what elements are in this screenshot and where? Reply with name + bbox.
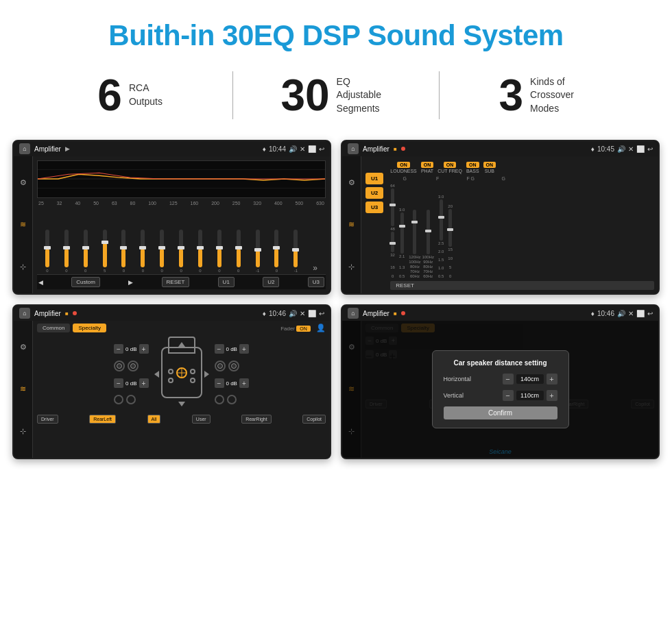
vertical-minus[interactable]: − [503,390,514,401]
confirm-button[interactable]: Confirm [444,406,557,419]
wave-icon-fader[interactable]: ≋ [17,383,29,395]
speaker-icon-eq: 🔊 [289,145,297,153]
fl-minus[interactable]: − [114,344,123,354]
fader-layout: − 0 dB + − [37,337,326,412]
rl-value: 0 dB [125,380,136,387]
fr-plus[interactable]: + [239,344,249,354]
eq-slider-5[interactable]: 0 [121,230,125,273]
eq-slider-12[interactable]: -1 [256,230,260,273]
eq-slider-2[interactable]: 0 [64,230,69,273]
fl-value: 0 dB [125,346,136,352]
sub-slider[interactable]: 20 15 10 5 0 [448,204,453,278]
arrow-down[interactable] [178,402,185,406]
rearright-btn[interactable]: RearRight [241,415,272,424]
app-title-fader: Amplifier [34,310,61,317]
fader-person-icon: 👤 [316,324,326,332]
eq-slider-8[interactable]: 0 [179,230,183,273]
wave-icon-amp[interactable]: ≋ [346,219,358,231]
status-bar-amp: ⌂ Amplifier ■ ♦ 10:45 🔊 ✕ ⬜ ↩ [342,141,658,156]
u1-btn-eq[interactable]: U1 [218,277,235,287]
rl-minus[interactable]: − [114,378,123,388]
eq-slider-14[interactable]: -1 [293,230,298,273]
side-icons-eq: ⚙ ≋ ⊹ [14,156,33,293]
preset-u3[interactable]: U3 [365,202,383,213]
home-icon-amp[interactable]: ⌂ [348,143,359,154]
u3-btn-eq[interactable]: U3 [308,277,324,287]
fr-minus[interactable]: − [215,344,224,354]
arrow-right[interactable] [204,371,209,378]
eq-icon[interactable]: ⚙ [17,177,29,189]
arrows-icon-fader[interactable]: ⊹ [17,425,29,437]
loudness-slider-1[interactable]: 64 48 32 16 0 [390,184,395,278]
cutfreq-toggle[interactable]: ON CUT FREQ [437,162,462,173]
rl-control: − 0 dB + [114,378,148,388]
rr-plus[interactable]: + [239,378,249,388]
home-icon-fader[interactable]: ⌂ [19,308,30,319]
home-icon[interactable]: ⌂ [19,143,30,154]
eq-slider-13[interactable]: 0 [274,230,278,273]
window-icon-eq[interactable]: ⬜ [308,145,316,153]
tab-specialty[interactable]: Specialty [73,324,106,332]
freq-100: 100 [148,201,156,206]
app-title-eq: Amplifier [34,145,61,153]
freq-25: 25 [38,201,44,206]
fader-bottom-btns: Driver RearLeft All User RearRight Copil… [37,415,326,424]
tab-common[interactable]: Common [37,324,70,332]
back-icon-eq[interactable]: ↩ [319,145,324,153]
freq-40: 40 [75,201,80,206]
all-btn[interactable]: All [147,415,161,424]
speaker-rl [168,378,173,383]
eq-slider-7[interactable]: 0 [160,230,164,273]
eq-slider-10[interactable]: 0 [217,230,221,273]
preset-u1[interactable]: U1 [365,173,383,184]
horizontal-minus[interactable]: − [503,374,514,385]
eq-slider-11[interactable]: 0 [237,230,241,273]
eq-slider-4[interactable]: 5 [103,230,107,273]
preset-u2[interactable]: U2 [365,187,383,199]
vertical-plus[interactable]: + [547,390,557,401]
phat-toggle[interactable]: ON PHAT [421,162,434,173]
bass-toggle[interactable]: ON BASS [466,162,479,173]
custom-btn[interactable]: Custom [71,277,100,287]
eq-icon-fader[interactable]: ⚙ [17,341,29,354]
eq-slider-1[interactable]: 0 [45,230,49,273]
rearleft-btn[interactable]: RearLeft [89,415,116,424]
reset-btn-eq[interactable]: RESET [162,277,190,287]
freq-400: 400 [274,201,283,206]
fl-speaker-icon2 [128,361,139,371]
wave-icon[interactable]: ≋ [17,219,29,231]
fr-speaker [215,361,249,371]
eq-icon-amp[interactable]: ⚙ [346,177,358,189]
next-icon[interactable]: ▶ [128,279,133,286]
fader-on-badge[interactable]: ON [296,326,311,332]
rl-plus[interactable]: + [139,378,149,388]
horizontal-plus[interactable]: + [547,374,557,385]
rl-speaker-icon [114,395,123,404]
eq-slider-expand[interactable]: » [313,263,317,273]
eq-slider-3[interactable]: 0 [84,230,88,273]
bass-slider[interactable]: 3.0 2.5 2.0 1.5 1.0 0.5 [438,195,444,278]
driver-btn[interactable]: Driver [37,415,58,424]
u2-btn-eq[interactable]: U2 [263,277,279,287]
home-icon-dialog[interactable]: ⌂ [348,308,359,319]
loudness-toggle[interactable]: ON LOUDNESS [390,162,417,173]
amp-reset-btn[interactable]: RESET [390,281,654,290]
fader-tabs: Common Specialty [37,324,106,332]
eq-slider-9[interactable]: 0 [198,230,202,273]
arrow-left[interactable] [154,371,159,378]
cutfreq-slider-1[interactable]: 120Hz 100Hz 80Hz 70Hz 60Hz [409,210,420,278]
arrows-icon[interactable]: ⊹ [17,260,29,273]
rl-speaker [114,395,148,404]
arrows-icon-amp[interactable]: ⊹ [346,260,358,273]
close-icon-eq[interactable]: ✕ [300,145,305,153]
sub-toggle[interactable]: ON SUB [483,162,496,173]
phat-slider[interactable]: 3.0 2.1 1.3 0.5 [399,208,405,278]
fl-plus[interactable]: + [139,344,149,354]
page-title: Buith-in 30EQ DSP Sound System [95,0,577,64]
cutfreq-slider-2[interactable]: 100Hz 90Hz 80Hz 70Hz 60Hz [422,210,434,278]
user-btn[interactable]: User [192,415,211,424]
rr-minus[interactable]: − [215,378,224,388]
eq-slider-6[interactable]: 0 [141,230,145,273]
prev-icon[interactable]: ◀ [38,279,43,286]
copilot-btn[interactable]: Copilot [302,415,326,424]
